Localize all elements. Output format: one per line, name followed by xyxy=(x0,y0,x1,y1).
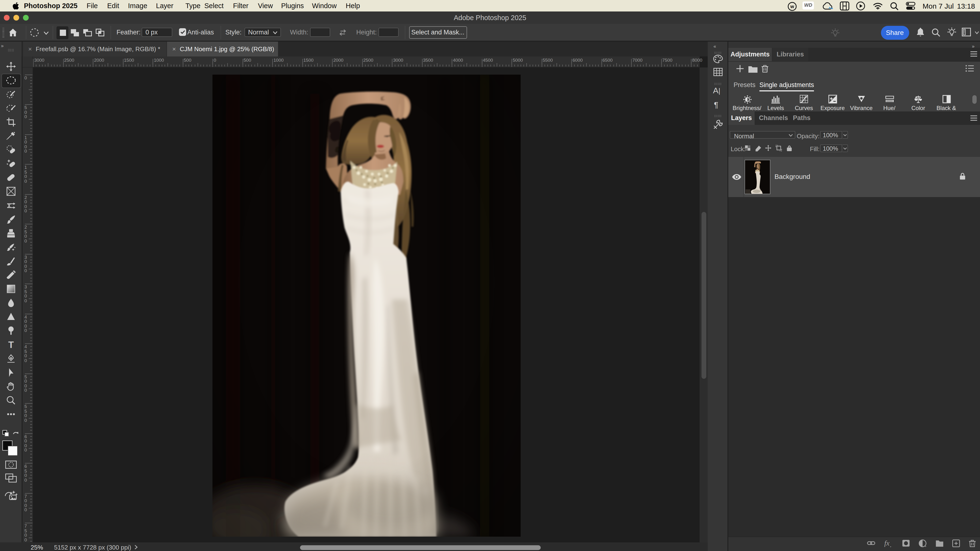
svg-text:T: T xyxy=(8,340,14,349)
svg-text:fx: fx xyxy=(884,540,889,547)
svg-text:w: w xyxy=(790,3,794,9)
